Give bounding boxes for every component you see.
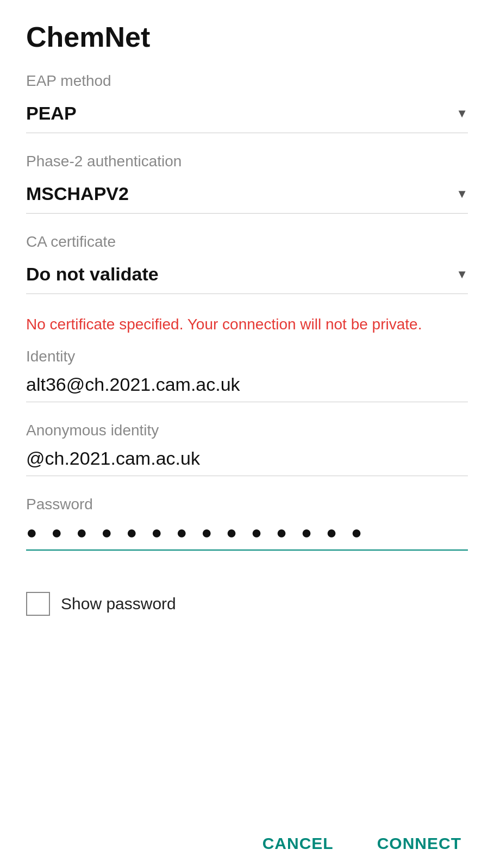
- phase2-auth-dropdown[interactable]: MSCHAPV2 ▼: [26, 179, 468, 214]
- identity-group: Identity: [26, 348, 468, 402]
- anonymous-identity-group: Anonymous identity: [26, 422, 468, 476]
- identity-input[interactable]: [26, 370, 468, 402]
- ca-certificate-chevron-icon: ▼: [456, 267, 468, 282]
- certificate-warning: No certificate specified. Your connectio…: [26, 314, 468, 335]
- show-password-checkbox[interactable]: [26, 592, 50, 616]
- phase2-auth-chevron-icon: ▼: [456, 187, 468, 201]
- connect-button[interactable]: CONNECT: [366, 826, 472, 861]
- password-input[interactable]: ● ● ● ● ● ● ● ● ● ● ● ● ● ●: [26, 517, 468, 551]
- anonymous-identity-label: Anonymous identity: [26, 422, 468, 439]
- eap-method-chevron-icon: ▼: [456, 107, 468, 121]
- network-title: ChemNet: [26, 22, 468, 53]
- show-password-row: Show password: [26, 592, 468, 616]
- phase2-auth-value: MSCHAPV2: [26, 183, 129, 204]
- show-password-label: Show password: [61, 595, 176, 613]
- eap-method-dropdown[interactable]: PEAP ▼: [26, 98, 468, 133]
- cancel-button[interactable]: CANCEL: [252, 826, 345, 861]
- phase2-auth-label: Phase-2 authentication: [26, 153, 468, 170]
- ca-certificate-label: CA certificate: [26, 233, 468, 251]
- dialog-actions: CANCEL CONNECT: [0, 819, 494, 868]
- anonymous-identity-input[interactable]: [26, 444, 468, 476]
- identity-label: Identity: [26, 348, 468, 365]
- ca-certificate-value: Do not validate: [26, 264, 159, 285]
- password-label: Password: [26, 496, 468, 513]
- ca-certificate-dropdown[interactable]: Do not validate ▼: [26, 259, 468, 294]
- dialog-container: ChemNet EAP method PEAP ▼ Phase-2 authen…: [0, 0, 494, 868]
- eap-method-value: PEAP: [26, 103, 77, 124]
- password-group: Password ● ● ● ● ● ● ● ● ● ● ● ● ● ●: [26, 496, 468, 551]
- eap-method-label: EAP method: [26, 72, 468, 90]
